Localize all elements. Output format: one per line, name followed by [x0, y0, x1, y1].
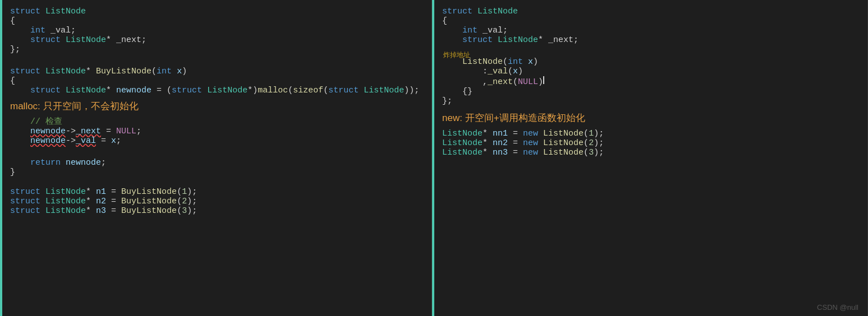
code-line-blank: [432, 45, 867, 57]
right-panel: struct ListNode { int _val; 炸掉地址 struct …: [432, 0, 868, 316]
code-line: struct ListNode* n3 = BuyListNode(3);: [0, 206, 431, 216]
code-line: :_val(x): [432, 67, 867, 76]
code-line: int _val;: [432, 26, 867, 35]
code-line: ListNode* nn1 = new ListNode(1);: [432, 129, 867, 138]
code-line: struct ListNode* n1 = BuyListNode(1);: [0, 187, 431, 197]
code-line: // 检查: [0, 116, 431, 127]
code-line: };: [0, 45, 431, 54]
annotation-malloc: malloc: 只开空间，不会初始化: [0, 95, 431, 116]
code-line: {}: [432, 87, 867, 96]
code-line: struct ListNode: [0, 7, 431, 16]
code-line: newnode->_next = NULL;: [0, 127, 431, 136]
watermark-zhaba: 炸掉地址: [443, 50, 470, 60]
code-line: struct ListNode* _next;: [0, 35, 431, 45]
code-line: struct ListNode* BuyListNode(int x): [0, 67, 431, 76]
code-line: {: [0, 76, 431, 86]
code-line: };: [432, 96, 867, 106]
green-bar-left: [0, 0, 2, 316]
keyword-struct: struct: [10, 7, 40, 16]
code-line-blank: [0, 146, 431, 158]
green-bar-right: [432, 0, 434, 316]
text-cursor: [543, 76, 544, 84]
code-line-blank: [0, 177, 431, 187]
code-line: }: [0, 168, 431, 177]
code-line-blank: [0, 54, 431, 67]
code-line: ,_next(NULL): [432, 76, 867, 87]
code-line: {: [432, 16, 867, 26]
code-line: struct ListNode: [432, 7, 867, 16]
code-line: return newnode;: [0, 158, 431, 168]
code-line: newnode->_val = x;: [0, 136, 431, 146]
code-line: ListNode(int x): [432, 57, 867, 67]
code-line: {: [0, 16, 431, 26]
left-panel: struct ListNode { int _val; struct ListN…: [0, 0, 432, 316]
annotation-new: new: 开空间+调用构造函数初始化: [432, 106, 867, 129]
type-listnode: ListNode: [45, 7, 86, 16]
code-line: struct ListNode* n2 = BuyListNode(2);: [0, 197, 431, 206]
code-line: struct ListNode* newnode = (struct ListN…: [0, 86, 431, 95]
code-line: struct ListNode* _next;: [432, 35, 867, 45]
code-line: ListNode* nn2 = new ListNode(2);: [432, 138, 867, 148]
csdn-watermark: CSDN @null: [817, 303, 858, 312]
code-line: ListNode* nn3 = new ListNode(3);: [432, 148, 867, 157]
code-line: int _val;: [0, 26, 431, 35]
